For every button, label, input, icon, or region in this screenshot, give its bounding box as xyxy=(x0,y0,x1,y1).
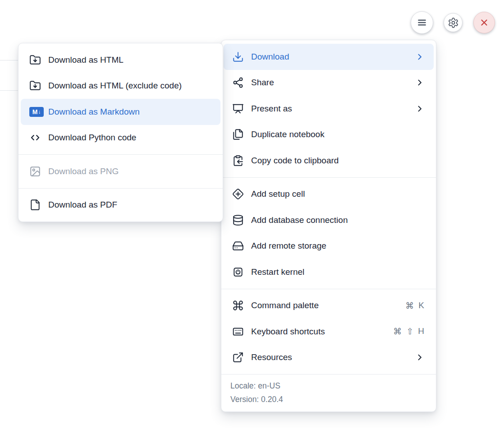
menu-item-duplicate-notebook[interactable]: Duplicate notebook xyxy=(221,122,436,148)
menu-item-label: Download as Markdown xyxy=(48,107,140,117)
diamond-plus-icon xyxy=(232,188,244,200)
menu-item-resources[interactable]: Resources xyxy=(221,345,436,371)
share-icon xyxy=(232,77,244,88)
hamburger-icon xyxy=(416,17,428,28)
locale-label: Locale: en-US xyxy=(230,379,427,393)
download-icon xyxy=(232,51,244,63)
chevron-right-icon xyxy=(415,78,424,87)
shortcut-key: ⇧ xyxy=(406,326,413,337)
menu-section: Download as PNG xyxy=(18,155,223,188)
menu-item-label: Copy code to clipboard xyxy=(251,156,339,166)
menu-footer: Locale: en-USVersion: 0.20.4 xyxy=(221,375,436,412)
chevron-right-icon xyxy=(415,52,424,61)
menu-item-download-as-markdown[interactable]: M↓Download as Markdown xyxy=(21,99,220,125)
menu-section: Download as HTMLDownload as HTML (exclud… xyxy=(18,43,223,154)
menu-item-add-database-connection[interactable]: Add database connection xyxy=(221,207,436,233)
menu-item-label: Restart kernel xyxy=(251,267,304,277)
shortcut-key: ⌘ xyxy=(393,326,402,337)
duplicate-icon xyxy=(232,129,244,140)
menu-item-download-as-pdf[interactable]: Download as PDF xyxy=(18,192,223,218)
chevron-right-icon xyxy=(415,353,424,362)
menu-item-label: Keyboard shortcuts xyxy=(251,327,325,337)
menu-item-download-as-html-exclude-code[interactable]: Download as HTML (exclude code) xyxy=(18,73,223,99)
menu-item-download-python-code[interactable]: Download Python code xyxy=(18,125,223,151)
menu-item-label: Download as HTML xyxy=(48,55,124,65)
menu-item-label: Download as PDF xyxy=(48,200,117,210)
shortcut-key: H xyxy=(418,326,424,337)
menu-item-add-setup-cell[interactable]: Add setup cell xyxy=(221,181,436,208)
shortcut-key: ⌘ xyxy=(405,301,414,311)
menu-section: Command palette⌘KKeyboard shortcuts⌘⇧HRe… xyxy=(221,289,436,375)
keyboard-shortcut-hint: ⌘⇧H xyxy=(393,326,424,337)
notebook-actions-menu: DownloadSharePresent asDuplicate noteboo… xyxy=(221,40,436,412)
image-icon xyxy=(29,166,41,177)
menu-section: Download as PDF xyxy=(18,189,223,222)
hard-drive-icon xyxy=(232,240,244,252)
markdown-icon: M↓ xyxy=(29,106,41,118)
code-icon xyxy=(29,132,41,143)
external-link-icon xyxy=(232,352,244,363)
menu-item-download-as-html[interactable]: Download as HTML xyxy=(18,47,223,73)
power-icon xyxy=(232,266,244,278)
menu-item-label: Duplicate notebook xyxy=(251,130,325,139)
keyboard-icon xyxy=(232,326,244,338)
shutdown-button[interactable] xyxy=(473,12,495,33)
folder-download-icon xyxy=(29,54,41,66)
menu-item-label: Command palette xyxy=(251,301,319,310)
menu-toggle-button[interactable] xyxy=(411,11,433,34)
close-icon xyxy=(479,17,490,28)
menu-item-label: Download xyxy=(251,52,289,62)
menu-item-label: Present as xyxy=(251,104,292,114)
shortcut-key: K xyxy=(418,301,424,311)
menu-item-label: Share xyxy=(251,78,274,88)
command-icon xyxy=(232,300,244,311)
menu-item-share[interactable]: Share xyxy=(221,70,436,96)
menu-item-label: Download as PNG xyxy=(48,166,119,176)
version-label: Version: 0.20.4 xyxy=(230,393,427,406)
gear-icon xyxy=(448,17,459,28)
file-icon xyxy=(29,199,41,211)
download-submenu: Download as HTMLDownload as HTML (exclud… xyxy=(18,43,223,222)
settings-button[interactable] xyxy=(444,13,463,32)
chevron-right-icon xyxy=(415,104,424,113)
background-divider-line xyxy=(0,90,18,91)
clipboard-copy-icon xyxy=(232,155,244,166)
menu-item-label: Download Python code xyxy=(48,133,136,143)
menu-item-label: Download as HTML (exclude code) xyxy=(48,81,182,91)
menu-item-restart-kernel[interactable]: Restart kernel xyxy=(221,259,436,285)
menu-item-label: Add database connection xyxy=(251,215,348,225)
presentation-icon xyxy=(232,103,244,115)
menu-item-add-remote-storage[interactable]: Add remote storage xyxy=(221,233,436,259)
database-icon xyxy=(232,214,244,226)
menu-section: Add setup cellAdd database connectionAdd… xyxy=(221,178,436,289)
menu-item-label: Add setup cell xyxy=(251,189,305,199)
menu-item-present-as[interactable]: Present as xyxy=(221,96,436,122)
menu-item-download-as-png: Download as PNG xyxy=(18,158,223,185)
menu-item-label: Resources xyxy=(251,352,292,362)
keyboard-shortcut-hint: ⌘K xyxy=(405,301,424,311)
menu-item-label: Add remote storage xyxy=(251,241,326,251)
menu-item-command-palette[interactable]: Command palette⌘K xyxy=(221,293,436,319)
folder-download-icon xyxy=(29,80,41,92)
menu-item-copy-code-to-clipboard[interactable]: Copy code to clipboard xyxy=(221,148,436,174)
menu-section: DownloadSharePresent asDuplicate noteboo… xyxy=(221,40,436,177)
background-divider-line xyxy=(0,60,18,60)
menu-item-keyboard-shortcuts[interactable]: Keyboard shortcuts⌘⇧H xyxy=(221,319,436,345)
menu-item-download[interactable]: Download xyxy=(224,44,434,70)
